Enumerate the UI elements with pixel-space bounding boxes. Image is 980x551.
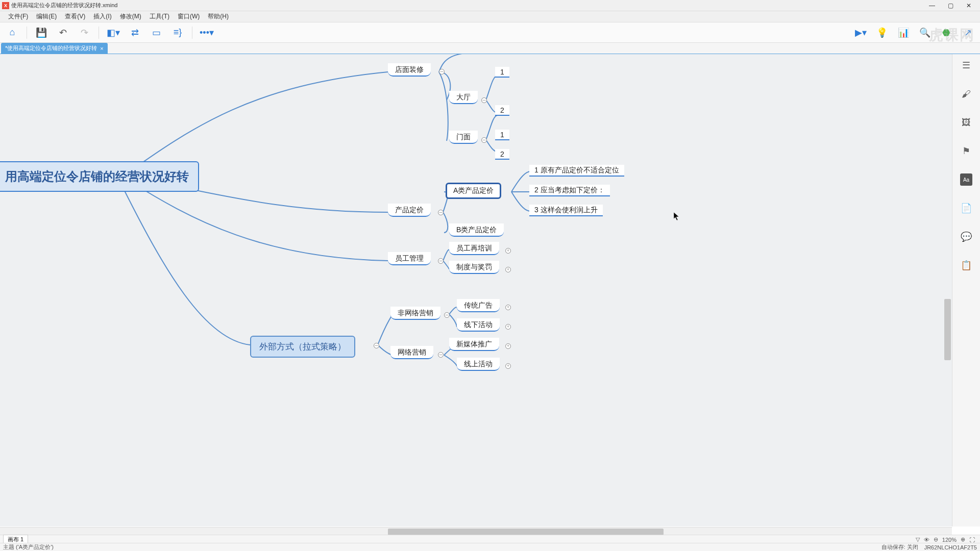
expand-icon[interactable]: + bbox=[505, 363, 511, 369]
save-icon[interactable]: 💾 bbox=[34, 26, 48, 40]
menu-window[interactable]: 窗口(W) bbox=[174, 12, 204, 21]
node-rule[interactable]: 制度与奖罚 bbox=[449, 261, 499, 274]
node-offline[interactable]: 非网络营销 bbox=[390, 307, 440, 320]
central-topic[interactable]: 用高端定位令店铺的经营状况好转 bbox=[0, 161, 199, 192]
expand-icon[interactable]: + bbox=[505, 324, 511, 330]
node-onlineact[interactable]: 线上活动 bbox=[457, 358, 500, 371]
gantt-icon[interactable]: 📊 bbox=[896, 26, 911, 40]
collapse-icon[interactable]: – bbox=[439, 69, 445, 74]
zoom-level[interactable]: 120% bbox=[940, 537, 959, 543]
minimize-button[interactable]: — bbox=[923, 0, 941, 11]
collapse-icon[interactable]: – bbox=[444, 312, 450, 318]
collapse-icon[interactable]: – bbox=[481, 137, 487, 143]
expand-icon[interactable]: + bbox=[505, 267, 511, 272]
document-tab[interactable]: *使用高端定位令店铺的经营状况好转 × bbox=[1, 43, 108, 54]
home-icon[interactable]: ⌂ bbox=[5, 26, 19, 40]
summary-icon[interactable]: ≡} bbox=[170, 26, 185, 40]
menu-file[interactable]: 文件(F) bbox=[4, 12, 32, 21]
more-icon[interactable]: •••▾ bbox=[200, 26, 214, 40]
marker-icon[interactable]: ⚑ bbox=[960, 145, 972, 157]
node-hall[interactable]: 大厅 bbox=[449, 91, 478, 104]
menu-modify[interactable]: 修改(M) bbox=[116, 12, 145, 21]
menu-edit[interactable]: 编辑(E) bbox=[32, 12, 61, 21]
tab-label: *使用高端定位令店铺的经营状况好转 bbox=[5, 44, 97, 52]
node-train[interactable]: 员工再培训 bbox=[449, 242, 499, 255]
boundary-icon[interactable]: ▭ bbox=[149, 26, 163, 40]
node-newmedia[interactable]: 新媒体推广 bbox=[449, 338, 499, 351]
node-front-2[interactable]: 2 bbox=[495, 149, 509, 160]
idea-icon[interactable]: 💡 bbox=[875, 26, 889, 40]
relationship-icon[interactable]: ⇄ bbox=[128, 26, 142, 40]
window-title: 使用高端定位令店铺的经营状况好转.xmind bbox=[11, 2, 117, 9]
task-icon[interactable]: 📋 bbox=[960, 259, 972, 271]
canvas[interactable]: 用高端定位令店铺的经营状况好转 店面装修 – 大厅 – 1 2 门面 – 1 2… bbox=[0, 54, 952, 527]
close-button[interactable]: ✕ bbox=[960, 0, 978, 11]
scroll-thumb[interactable] bbox=[944, 299, 951, 360]
node-hall-2[interactable]: 2 bbox=[495, 105, 509, 116]
menu-view[interactable]: 查看(V) bbox=[61, 12, 89, 21]
status-bar: 主题 ('A类产品定价') 自动保存: 关闭 JR62NLCHO1AF2T5 bbox=[0, 543, 980, 551]
tabbar: *使用高端定位令店铺的经营状况好转 × bbox=[0, 43, 980, 54]
theme-icon[interactable]: ◧▾ bbox=[106, 26, 120, 40]
outline-icon[interactable]: ☰ bbox=[960, 59, 972, 71]
collapse-icon[interactable]: – bbox=[374, 343, 379, 348]
menubar: 文件(F) 编辑(E) 查看(V) 插入(I) 修改(M) 工具(T) 窗口(W… bbox=[0, 11, 980, 22]
node-hall-1[interactable]: 1 bbox=[495, 67, 509, 78]
node-staff[interactable]: 员工管理 bbox=[388, 252, 431, 265]
app-icon: X bbox=[2, 2, 9, 9]
node-trad[interactable]: 传统广告 bbox=[457, 299, 500, 312]
filter-icon[interactable]: ▽ bbox=[914, 536, 922, 543]
cursor-icon bbox=[674, 212, 680, 220]
menu-tools[interactable]: 工具(T) bbox=[145, 12, 174, 21]
menu-insert[interactable]: 插入(I) bbox=[89, 12, 115, 21]
collapse-icon[interactable]: – bbox=[438, 258, 444, 264]
format-icon[interactable]: 🖌 bbox=[960, 88, 972, 100]
search-icon[interactable]: 🔍 bbox=[918, 26, 932, 40]
menu-help[interactable]: 帮助(H) bbox=[204, 12, 233, 21]
expand-icon[interactable]: + bbox=[505, 248, 511, 254]
node-a2[interactable]: 2 应当考虑如下定价： bbox=[529, 185, 610, 196]
node-act[interactable]: 线下活动 bbox=[457, 318, 500, 332]
connectors bbox=[0, 54, 952, 527]
node-a3[interactable]: 3 这样会使利润上升 bbox=[529, 205, 603, 216]
status-autosave: 自动保存: 关闭 bbox=[881, 543, 918, 551]
titlebar: X 使用高端定位令店铺的经营状况好转.xmind — ▢ ✕ bbox=[0, 0, 980, 11]
collapse-icon[interactable]: – bbox=[438, 210, 444, 215]
export-icon[interactable]: ↗ bbox=[961, 26, 975, 40]
expand-icon[interactable]: + bbox=[505, 305, 511, 310]
collapse-icon[interactable]: – bbox=[481, 97, 487, 103]
share-icon[interactable]: ⬣ bbox=[939, 26, 953, 40]
node-a1[interactable]: 1 原有产品定价不适合定位 bbox=[529, 165, 624, 177]
node-apricing[interactable]: A类产品定价 bbox=[446, 183, 501, 199]
tab-close-icon[interactable]: × bbox=[100, 45, 103, 52]
label-icon[interactable]: Aa bbox=[960, 173, 972, 186]
status-code: JR62NLCHO1AF2T5 bbox=[924, 544, 977, 550]
node-bpricing[interactable]: B类产品定价 bbox=[449, 223, 504, 237]
vertical-scrollbar[interactable] bbox=[943, 54, 952, 527]
fit-icon[interactable]: ⛶ bbox=[967, 537, 977, 543]
notes-icon[interactable]: 📄 bbox=[960, 202, 972, 214]
redo-icon[interactable]: ↷ bbox=[77, 26, 91, 40]
toolbar: ⌂ 💾 ↶ ↷ ◧▾ ⇄ ▭ ≡} •••▾ ▶▾ 💡 📊 🔍 ⬣ ↗ bbox=[0, 22, 980, 43]
node-pricing[interactable]: 产品定价 bbox=[388, 204, 431, 217]
image-icon[interactable]: 🖼 bbox=[960, 116, 972, 129]
node-external[interactable]: 外部方式（拉式策略） bbox=[250, 336, 355, 358]
zoom-in-button[interactable]: ⊕ bbox=[959, 536, 967, 543]
collapse-icon[interactable]: – bbox=[438, 352, 444, 358]
node-front-1[interactable]: 1 bbox=[495, 130, 509, 140]
node-decor[interactable]: 店面装修 bbox=[388, 63, 431, 77]
undo-icon[interactable]: ↶ bbox=[56, 26, 70, 40]
eye-icon[interactable]: 👁 bbox=[922, 537, 932, 543]
expand-icon[interactable]: + bbox=[505, 343, 511, 349]
present-icon[interactable]: ▶▾ bbox=[853, 26, 868, 40]
maximize-button[interactable]: ▢ bbox=[941, 0, 960, 11]
status-topic: 主题 ('A类产品定价') bbox=[3, 543, 54, 551]
node-online[interactable]: 网络营销 bbox=[390, 346, 433, 359]
zoom-out-button[interactable]: ⊖ bbox=[932, 536, 940, 543]
node-front[interactable]: 门面 bbox=[449, 131, 478, 144]
right-panel: ☰ 🖌 🖼 ⚑ Aa 📄 💬 📋 bbox=[952, 54, 980, 527]
comments-icon[interactable]: 💬 bbox=[960, 231, 972, 243]
